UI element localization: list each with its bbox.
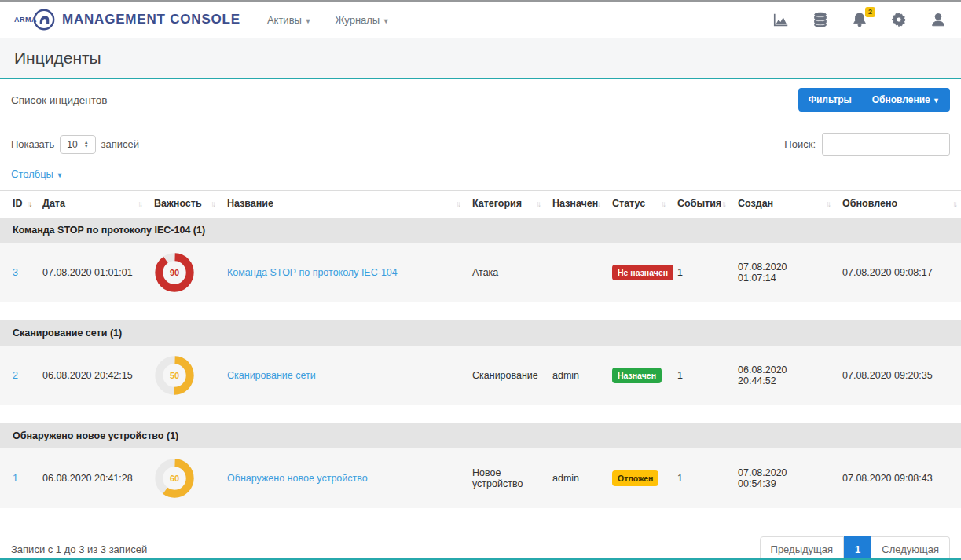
incident-created: 07.08.2020 00:54:39 bbox=[730, 448, 834, 508]
header-button-group: Фильтры Обновление ▼ bbox=[798, 88, 950, 112]
incident-created: 06.08.2020 20:44:52 bbox=[730, 346, 834, 405]
column-header-2[interactable]: Дата↑↓ bbox=[35, 191, 146, 218]
sort-icon: ↑↓ bbox=[826, 199, 829, 208]
severity-donut: 90 bbox=[154, 252, 195, 293]
app-window: ARMA MANAGEMENT CONSOLE Активы ▼ Журналы… bbox=[0, 0, 961, 560]
column-header-7[interactable]: Статус↑↓ bbox=[604, 191, 669, 218]
incident-group-row: Команда STOP по протоколу IEC-104 (1) bbox=[0, 217, 961, 243]
database-icon[interactable] bbox=[812, 11, 829, 28]
pagination-next-button[interactable]: Следующая bbox=[871, 536, 950, 560]
navbar-icons: 2 bbox=[772, 11, 947, 28]
incident-date: 06.08.2020 20:41:28 bbox=[35, 448, 146, 508]
sort-icon: ↑↓ bbox=[952, 199, 955, 208]
search-control: Поиск: bbox=[784, 133, 950, 156]
sort-icon: ↑↓ bbox=[721, 199, 724, 208]
incident-updated: 07.08.2020 09:08:17 bbox=[834, 243, 961, 302]
table-controls: Показать 10 ▲▼ записей Поиск: bbox=[0, 120, 961, 159]
incident-assignee bbox=[545, 243, 604, 302]
incident-events: 1 bbox=[669, 346, 730, 405]
incident-created: 07.08.2020 01:07:14 bbox=[730, 243, 834, 302]
row-spacer bbox=[0, 508, 961, 525]
main-menu: Активы ▼ Журналы ▼ bbox=[267, 14, 390, 26]
column-header-6[interactable]: Назначен↑↓ bbox=[545, 191, 604, 218]
page-title: Инциденты bbox=[14, 49, 947, 68]
columns-row: Столбцы ▼ bbox=[0, 159, 961, 190]
incident-name-link[interactable]: Команда STOP по протоколу IEC-104 bbox=[227, 267, 398, 278]
search-label: Поиск: bbox=[784, 138, 816, 150]
pagination-page-1-button[interactable]: 1 bbox=[844, 536, 871, 560]
incident-id-link[interactable]: 2 bbox=[13, 370, 18, 381]
incidents-table: ID↑↓Дата↑↓Важность↑↓Название↑↓Категория↑… bbox=[0, 190, 961, 525]
incident-group-row: Обнаружено новое устройство (1) bbox=[0, 423, 961, 448]
column-header-3[interactable]: Важность↑↓ bbox=[146, 191, 219, 218]
incident-group-row: Сканирование сети (1) bbox=[0, 320, 961, 346]
sort-icon: ↑↓ bbox=[211, 199, 214, 208]
incident-assignee: admin bbox=[545, 448, 604, 508]
menu-assets[interactable]: Активы ▼ bbox=[267, 14, 312, 26]
severity-donut: 60 bbox=[154, 458, 195, 499]
brand-prefix: ARMA bbox=[14, 16, 37, 24]
incident-date: 06.08.2020 20:42:15 bbox=[35, 346, 146, 405]
user-icon[interactable] bbox=[930, 11, 947, 28]
column-header-10[interactable]: Обновлено↑↓ bbox=[834, 191, 961, 218]
menu-journals[interactable]: Журналы ▼ bbox=[335, 14, 389, 26]
incident-category: Атака bbox=[464, 243, 545, 302]
severity-donut: 50 bbox=[154, 355, 195, 396]
group-title: Обнаружено новое устройство (1) bbox=[0, 423, 961, 448]
columns-dropdown[interactable]: Столбцы ▼ bbox=[11, 168, 64, 180]
refresh-dropdown-button[interactable]: Обновление ▼ bbox=[862, 88, 950, 112]
row-spacer bbox=[0, 302, 961, 320]
brand-logo[interactable]: ARMA MANAGEMENT CONSOLE bbox=[14, 8, 240, 31]
bell-icon[interactable]: 2 bbox=[851, 11, 868, 28]
incident-row: 3 07.08.2020 01:01:01 90 Команда STOP по… bbox=[0, 243, 961, 302]
pagination: Предыдущая 1 Следующая bbox=[760, 536, 950, 560]
status-badge: Отложен bbox=[612, 470, 658, 486]
pagination-prev-button[interactable]: Предыдущая bbox=[760, 536, 845, 560]
sort-icon: ↑↓ bbox=[28, 199, 31, 208]
column-header-9[interactable]: Создан↑↓ bbox=[730, 191, 834, 218]
card-header: Список инцидентов Фильтры Обновление ▼ bbox=[0, 79, 961, 120]
status-badge: Не назначен bbox=[612, 265, 673, 280]
bar-chart-icon[interactable] bbox=[772, 11, 790, 28]
incident-events: 1 bbox=[669, 243, 730, 302]
chevron-down-icon: ▼ bbox=[933, 97, 940, 104]
severity-value: 90 bbox=[170, 268, 179, 277]
incidents-table-body: Команда STOP по протоколу IEC-104 (1) 3 … bbox=[0, 217, 961, 525]
group-title: Сканирование сети (1) bbox=[0, 320, 961, 346]
severity-value: 50 bbox=[170, 371, 179, 380]
page-size-select[interactable]: 10 ▲▼ bbox=[60, 135, 95, 154]
show-label: Показать bbox=[11, 138, 54, 150]
status-badge: Назначен bbox=[612, 368, 662, 383]
incident-updated: 07.08.2020 09:20:35 bbox=[834, 346, 961, 405]
table-footer: Записи с 1 до 3 из 3 записей Предыдущая … bbox=[0, 525, 961, 560]
top-navbar: ARMA MANAGEMENT CONSOLE Активы ▼ Журналы… bbox=[0, 2, 961, 38]
incident-events: 1 bbox=[669, 448, 730, 508]
column-header-5[interactable]: Категория↑↓ bbox=[464, 191, 545, 218]
column-header-4[interactable]: Название↑↓ bbox=[219, 191, 464, 218]
search-input[interactable] bbox=[822, 133, 950, 156]
incident-id-link[interactable]: 3 bbox=[13, 267, 18, 278]
sort-icon: ↑↓ bbox=[536, 199, 539, 208]
incident-category: Сканирование bbox=[464, 346, 545, 405]
card-heading: Список инцидентов bbox=[11, 94, 108, 106]
records-info: Записи с 1 до 3 из 3 записей bbox=[11, 544, 147, 555]
gear-icon[interactable] bbox=[890, 11, 908, 28]
table-header-row: ID↑↓Дата↑↓Важность↑↓Название↑↓Категория↑… bbox=[0, 191, 961, 218]
incident-date: 07.08.2020 01:01:01 bbox=[35, 243, 146, 302]
sort-icon: ↑↓ bbox=[456, 199, 459, 208]
incident-name-link[interactable]: Сканирование сети bbox=[227, 370, 316, 381]
incident-updated: 07.08.2020 09:08:43 bbox=[834, 448, 961, 508]
sort-icon: ↑↓ bbox=[661, 199, 664, 208]
incident-row: 1 06.08.2020 20:41:28 60 Обнаружено ново… bbox=[0, 448, 961, 508]
filters-button[interactable]: Фильтры bbox=[798, 88, 862, 112]
column-header-1[interactable]: ID↑↓ bbox=[0, 191, 35, 218]
records-label: записей bbox=[101, 138, 139, 150]
column-header-8[interactable]: События↑↓ bbox=[669, 191, 730, 218]
stepper-icon: ▲▼ bbox=[84, 141, 89, 148]
group-title: Команда STOP по протоколу IEC-104 (1) bbox=[0, 217, 961, 243]
sort-icon: ↑↓ bbox=[596, 199, 599, 208]
row-spacer bbox=[0, 405, 961, 423]
incident-assignee: admin bbox=[545, 346, 604, 405]
incident-name-link[interactable]: Обнаружено новое устройство bbox=[227, 473, 368, 484]
incident-id-link[interactable]: 1 bbox=[13, 473, 18, 484]
